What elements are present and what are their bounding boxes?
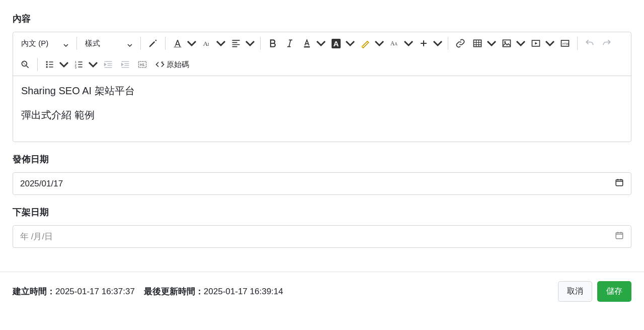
- find-replace-button[interactable]: [17, 56, 33, 73]
- expire-date-placeholder: 年 /月/日: [20, 231, 53, 242]
- media-button[interactable]: [528, 35, 544, 51]
- metadata: 建立時間：2025-01-17 16:37:37 最後更新時間：2025-01-…: [13, 286, 283, 297]
- font-family-dropdown[interactable]: [186, 35, 198, 51]
- content-paragraph: Sharing SEO AI 架站平台: [21, 83, 623, 98]
- separator: [37, 58, 38, 71]
- svg-rect-2: [304, 46, 310, 48]
- separator: [577, 37, 578, 50]
- chevron-down-icon: [63, 41, 68, 46]
- numbered-list-button[interactable]: 123: [71, 56, 87, 73]
- text-color-dropdown[interactable]: [315, 35, 327, 51]
- svg-point-12: [46, 61, 48, 62]
- table-dropdown[interactable]: [486, 35, 498, 51]
- svg-text:H1: H1: [140, 62, 145, 67]
- pen-icon[interactable]: [145, 35, 161, 51]
- italic-button[interactable]: [282, 35, 298, 51]
- paragraph-format-label: 內文 (P): [21, 39, 48, 48]
- svg-rect-21: [616, 180, 623, 186]
- created-time: 建立時間：2025-01-17 16:37:37: [13, 286, 135, 297]
- editor-toolbar: 內文 (P) 樣式 AI: [13, 32, 631, 76]
- align-button[interactable]: [228, 35, 244, 51]
- save-button[interactable]: 儲存: [597, 281, 631, 302]
- heading-button[interactable]: H1: [134, 56, 150, 73]
- html-embed-button[interactable]: HTML: [557, 35, 573, 51]
- action-buttons: 取消 儲存: [558, 281, 631, 302]
- media-dropdown[interactable]: [544, 35, 556, 51]
- image-dropdown[interactable]: [515, 35, 527, 51]
- source-code-button[interactable]: 原始碼: [151, 57, 193, 73]
- svg-point-14: [46, 66, 48, 68]
- highlight-button[interactable]: [357, 35, 373, 51]
- created-time-label: 建立時間：: [13, 287, 55, 296]
- svg-rect-6: [503, 40, 511, 46]
- separator: [260, 37, 261, 50]
- font-family-button[interactable]: [170, 35, 186, 51]
- background-color-dropdown[interactable]: [344, 35, 356, 51]
- insert-button[interactable]: [416, 35, 432, 51]
- created-time-value: 2025-01-17 16:37:37: [55, 287, 135, 296]
- footer-bar: 建立時間：2025-01-17 16:37:37 最後更新時間：2025-01-…: [0, 272, 644, 311]
- case-dropdown[interactable]: [403, 35, 415, 51]
- editor-content-area[interactable]: Sharing SEO AI 架站平台 彈出式介紹 範例: [13, 76, 631, 142]
- style-select[interactable]: 樣式: [81, 36, 136, 51]
- svg-text:A: A: [394, 42, 397, 46]
- calendar-icon: [615, 231, 624, 242]
- updated-time: 最後更新時間：2025-01-17 16:39:14: [144, 286, 283, 297]
- separator: [448, 37, 448, 50]
- text-color-button[interactable]: [299, 35, 315, 51]
- svg-point-13: [46, 63, 48, 65]
- expire-date-label: 下架日期: [13, 206, 631, 218]
- source-code-label: 原始碼: [167, 60, 189, 70]
- content-paragraph: 彈出式介紹 範例: [21, 107, 623, 122]
- expire-date-input[interactable]: 年 /月/日: [13, 225, 631, 248]
- font-size-button[interactable]: AI: [199, 35, 215, 51]
- chevron-down-icon: [127, 41, 132, 46]
- updated-time-label: 最後更新時間：: [144, 287, 204, 296]
- svg-text:HTML: HTML: [562, 42, 570, 45]
- svg-rect-22: [616, 233, 623, 239]
- insert-dropdown[interactable]: [432, 35, 444, 51]
- separator: [76, 37, 77, 50]
- separator: [140, 37, 141, 50]
- publish-date-value: 2025/01/17: [20, 179, 63, 189]
- paragraph-format-select[interactable]: 內文 (P): [17, 36, 72, 51]
- content-label: 內容: [13, 13, 631, 25]
- publish-date-input[interactable]: 2025/01/17: [13, 172, 631, 195]
- svg-text:3: 3: [75, 66, 76, 69]
- svg-text:I: I: [208, 42, 209, 47]
- indent-button[interactable]: [117, 56, 133, 73]
- bullet-list-dropdown[interactable]: [58, 56, 70, 73]
- undo-button[interactable]: [582, 35, 598, 51]
- redo-button[interactable]: [599, 35, 615, 51]
- svg-point-7: [504, 41, 506, 43]
- align-dropdown[interactable]: [244, 35, 256, 51]
- case-button[interactable]: AA: [386, 35, 403, 51]
- rich-text-editor: 內文 (P) 樣式 AI: [13, 32, 631, 142]
- image-button[interactable]: [499, 35, 515, 51]
- link-button[interactable]: [452, 35, 468, 51]
- background-color-button[interactable]: A: [328, 35, 344, 51]
- numbered-list-dropdown[interactable]: [87, 56, 99, 73]
- outdent-button[interactable]: [100, 56, 116, 73]
- bullet-list-button[interactable]: [42, 56, 58, 73]
- svg-rect-5: [474, 40, 481, 46]
- style-label: 樣式: [85, 39, 100, 48]
- table-button[interactable]: [469, 35, 486, 51]
- highlight-dropdown[interactable]: [373, 35, 385, 51]
- font-size-dropdown[interactable]: [215, 35, 227, 51]
- cancel-button[interactable]: 取消: [558, 281, 592, 302]
- separator: [165, 37, 166, 50]
- updated-time-value: 2025-01-17 16:39:14: [204, 287, 283, 296]
- publish-date-label: 發佈日期: [13, 153, 631, 165]
- calendar-icon: [615, 178, 624, 189]
- bold-button[interactable]: [265, 35, 281, 51]
